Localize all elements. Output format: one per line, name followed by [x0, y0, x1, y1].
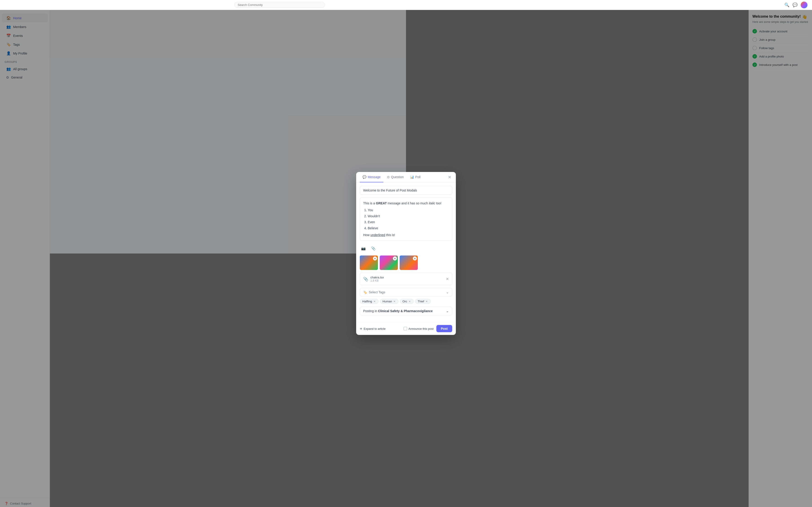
question-tab-label: Question	[391, 175, 404, 179]
message-tab-label: Message	[368, 175, 380, 179]
list-item: Believe	[368, 225, 406, 230]
editor-toolbar: 📷 📎	[360, 243, 406, 253]
list-item: You	[368, 208, 406, 213]
tab-question[interactable]: ⊙ Question	[384, 172, 406, 182]
modal-tabs: 💬 Message ⊙ Question 📊 Poll ✕	[356, 172, 406, 182]
tab-message[interactable]: 💬 Message	[360, 172, 383, 182]
camera-button[interactable]: 📷	[360, 245, 367, 251]
attachment-button[interactable]: 📎	[370, 245, 377, 251]
topbar: 🔍 💬	[0, 0, 406, 10]
post-title-input[interactable]	[360, 186, 406, 194]
underlined-text: underlined	[370, 233, 385, 237]
modal-body: This is a GREAT message and it has so mu…	[356, 182, 406, 253]
list-item: Wouldn't	[368, 214, 406, 219]
search-bar	[234, 2, 325, 8]
message-tab-icon: 💬	[362, 175, 366, 179]
post-content-area[interactable]: This is a GREAT message and it has so mu…	[360, 198, 406, 241]
content-line-1: This is a GREAT message and it has so mu…	[363, 201, 406, 206]
question-tab-icon: ⊙	[387, 175, 390, 179]
modal-overlay[interactable]	[0, 10, 406, 253]
list-item: Even	[368, 220, 406, 225]
content-line-2: How underlined this is!	[363, 232, 406, 237]
content-list: You Wouldn't Even Believe	[363, 208, 406, 231]
search-input[interactable]	[234, 2, 325, 8]
post-modal: 💬 Message ⊙ Question 📊 Poll ✕ This is a …	[356, 172, 406, 253]
